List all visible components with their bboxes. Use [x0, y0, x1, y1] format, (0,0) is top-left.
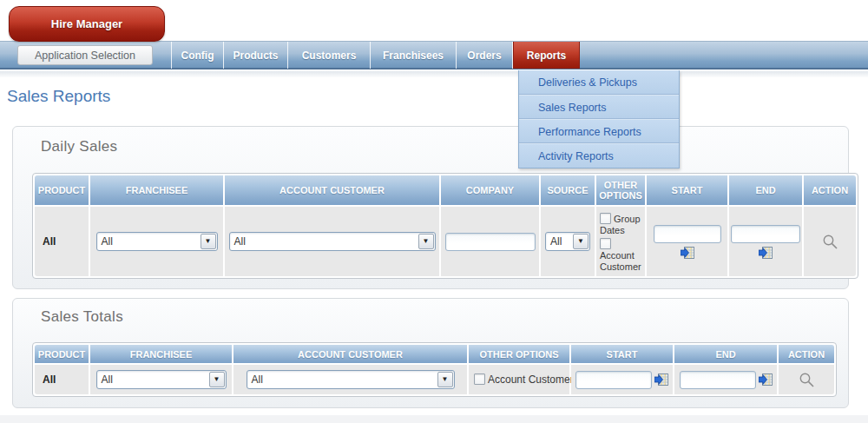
daily-franchisee-select[interactable]: All ▼	[96, 232, 218, 251]
daily-product-value: All	[35, 207, 89, 276]
calendar-icon[interactable]	[759, 373, 773, 386]
sales-totals-panel: Sales Totals PRODUCT FRANCHISEE ACCOUNT …	[12, 298, 849, 408]
col-header-other-options: OTHER OPTIONS	[469, 345, 569, 363]
chevron-down-icon: ▼	[437, 372, 453, 387]
nav-tabs: Config Products Customers Franchisees Or…	[171, 42, 580, 69]
search-icon[interactable]	[822, 234, 838, 250]
tab-config[interactable]: Config	[171, 42, 224, 69]
totals-account-customer-checkbox[interactable]	[474, 373, 485, 385]
tab-orders[interactable]: Orders	[457, 42, 513, 69]
daily-sales-table: PRODUCT FRANCHISEE ACCOUNT CUSTOMER COMP…	[32, 173, 858, 279]
group-dates-checkbox[interactable]	[600, 213, 611, 224]
daily-source-selected-value: All	[546, 235, 562, 248]
totals-end-date-input[interactable]	[680, 371, 756, 389]
calendar-icon[interactable]	[759, 247, 773, 259]
col-header-product: PRODUCT	[35, 175, 89, 205]
nav-shadow-strip	[0, 71, 868, 77]
chevron-down-icon: ▼	[573, 234, 589, 249]
totals-account-customer-label: Account Customer	[488, 373, 574, 386]
col-header-action: ACTION	[779, 345, 834, 363]
daily-franchisee-selected-value: All	[97, 235, 113, 248]
chevron-down-icon: ▼	[209, 372, 225, 387]
totals-product-value: All	[35, 365, 89, 394]
menu-item-deliveries-pickups[interactable]: Deliveries & Pickups	[519, 70, 679, 95]
page-footer-strip	[0, 415, 868, 423]
search-icon[interactable]	[799, 372, 815, 388]
col-header-franchisee: FRANCHISEE	[90, 175, 223, 205]
sales-totals-filter-row: All All ▼ All ▼ Account Customer	[35, 365, 834, 394]
col-header-end: END	[674, 345, 777, 363]
col-header-start: START	[647, 175, 727, 205]
top-bar: Hire Manager	[0, 0, 868, 41]
tab-customers[interactable]: Customers	[288, 42, 371, 69]
main-nav: Application Selection Config Products Cu…	[0, 41, 868, 69]
menu-item-sales-reports[interactable]: Sales Reports	[519, 95, 679, 119]
col-header-other-options: OTHER OPTIONS	[596, 175, 645, 205]
sales-totals-table: PRODUCT FRANCHISEE ACCOUNT CUSTOMER OTHE…	[32, 342, 837, 397]
account-customer-label: Account Customer	[600, 250, 641, 272]
totals-start-date-input[interactable]	[575, 371, 652, 389]
col-header-account-customer: ACCOUNT CUSTOMER	[225, 175, 439, 205]
account-customer-option[interactable]: Account Customer	[600, 238, 643, 273]
tab-products[interactable]: Products	[224, 42, 288, 69]
totals-franchisee-selected-value: All	[97, 373, 113, 386]
sales-totals-header-row: PRODUCT FRANCHISEE ACCOUNT CUSTOMER OTHE…	[35, 345, 834, 363]
daily-sales-header-row: PRODUCT FRANCHISEE ACCOUNT CUSTOMER COMP…	[35, 175, 856, 205]
tab-reports[interactable]: Reports	[513, 42, 580, 69]
tab-franchisees[interactable]: Franchisees	[371, 42, 457, 69]
app-logo-badge: Hire Manager	[9, 6, 165, 42]
calendar-icon[interactable]	[681, 247, 694, 259]
application-selection-button[interactable]: Application Selection	[17, 45, 153, 65]
daily-company-input[interactable]	[445, 233, 536, 251]
col-header-end: END	[729, 175, 802, 205]
menu-item-performance-reports[interactable]: Performance Reports	[519, 119, 679, 143]
totals-account-customer-select[interactable]: All ▼	[247, 370, 455, 389]
calendar-icon[interactable]	[654, 373, 668, 386]
chevron-down-icon: ▼	[201, 234, 216, 249]
account-customer-checkbox[interactable]	[600, 238, 611, 249]
totals-franchisee-select[interactable]: All ▼	[96, 370, 227, 389]
sales-totals-heading: Sales Totals	[41, 308, 123, 326]
daily-source-select[interactable]: All ▼	[545, 232, 590, 251]
menu-item-activity-reports[interactable]: Activity Reports	[519, 143, 679, 168]
daily-sales-panel: Daily Sales PRODUCT FRANCHISEE ACCOUNT C…	[12, 126, 849, 289]
col-header-action: ACTION	[804, 175, 856, 205]
reports-dropdown-menu: Deliveries & Pickups Sales Reports Perfo…	[518, 70, 680, 169]
col-header-product: PRODUCT	[35, 345, 89, 363]
totals-account-customer-selected-value: All	[247, 373, 263, 386]
chevron-down-icon: ▼	[418, 234, 434, 249]
col-header-franchisee: FRANCHISEE	[90, 345, 232, 363]
daily-sales-heading: Daily Sales	[41, 138, 117, 155]
daily-other-options: Group Dates Account Customer	[596, 208, 645, 274]
daily-start-date-input[interactable]	[654, 225, 721, 243]
page-title: Sales Reports	[7, 87, 110, 106]
daily-account-customer-select[interactable]: All ▼	[229, 232, 436, 251]
daily-sales-filter-row: All All ▼ All ▼ All ▼	[35, 207, 856, 276]
col-header-start: START	[571, 345, 673, 363]
totals-account-customer-option[interactable]: Account Customer	[469, 373, 574, 386]
col-header-account-customer: ACCOUNT CUSTOMER	[233, 345, 467, 363]
daily-end-date-input[interactable]	[731, 225, 800, 243]
group-dates-option[interactable]: Group Dates	[600, 213, 643, 236]
col-header-company: COMPANY	[441, 175, 539, 205]
col-header-source: SOURCE	[541, 175, 595, 205]
daily-account-customer-selected-value: All	[230, 235, 246, 248]
